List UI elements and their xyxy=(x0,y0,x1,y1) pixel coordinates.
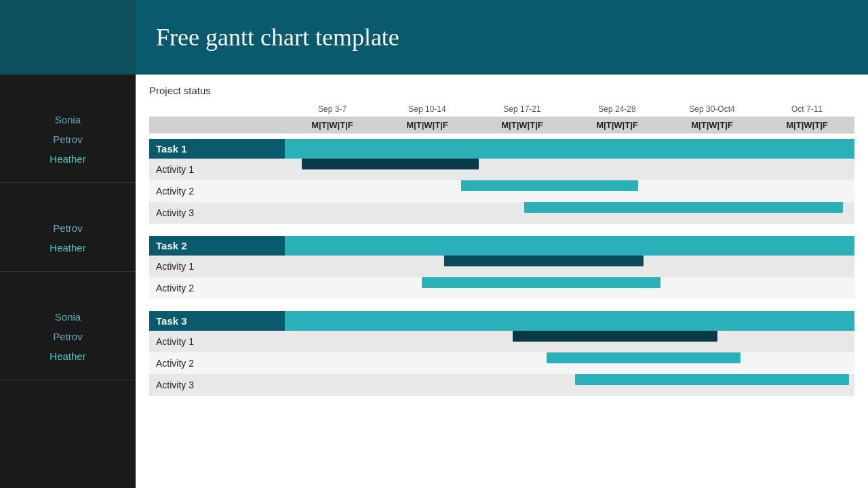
sidebar-name-sonia-1: Sonia xyxy=(0,110,136,129)
sidebar-name-sonia-3: Sonia xyxy=(0,307,136,327)
week-header-4: Sep 24-28 xyxy=(570,103,665,115)
task3-activity1-label: Activity 1 xyxy=(149,333,285,350)
day-header-1: M|T|W|T|F xyxy=(285,117,380,134)
sidebar-task3-section: Sonia Petrov Heather xyxy=(0,272,136,380)
task1-activity3-label: Activity 3 xyxy=(149,204,285,222)
week-header-empty xyxy=(149,103,285,115)
week-header-2: Sep 10-14 xyxy=(380,103,475,115)
day-header-6: M|T|W|T|F xyxy=(760,117,854,134)
main-area: Free gantt chart template Project status… xyxy=(136,0,868,488)
sidebar-name-petrov-2: Petrov xyxy=(0,218,136,238)
week-header-6: Oct 7-11 xyxy=(760,103,854,115)
task3-section: Task 3 Activity 1 Activity 2 xyxy=(149,311,854,396)
task2-activity1-label: Activity 1 xyxy=(149,258,285,275)
task2-header: Task 2 xyxy=(149,236,285,256)
task1-activity3-bar xyxy=(524,202,843,213)
gantt-container: Sep 3-7 Sep 10-14 Sep 17-21 Sep 24-28 Se… xyxy=(149,103,854,396)
sidebar-name-petrov-1: Petrov xyxy=(0,129,136,149)
sidebar-name-petrov-3: Petrov xyxy=(0,327,136,346)
task3-activity2-label: Activity 2 xyxy=(149,354,285,372)
task2-activity1-bar xyxy=(444,256,644,266)
day-header-empty xyxy=(149,117,285,134)
task1-activity3-bar-area xyxy=(285,202,854,224)
sidebar: Sonia Petrov Heather Petrov Heather Soni… xyxy=(0,0,136,488)
day-headers: M|T|W|T|F M|T|W|T|F M|T|W|T|F M|T|W|T|F … xyxy=(149,117,854,134)
page-title: Free gantt chart template xyxy=(156,23,399,52)
task3-activity1-bar xyxy=(513,331,717,342)
week-header-1: Sep 3-7 xyxy=(285,103,380,115)
task3-activity3-bar xyxy=(575,374,848,385)
task1-activity2-bar xyxy=(461,180,637,191)
task2-activity1-row: Activity 1 xyxy=(149,256,854,277)
week-header-5: Sep 30-Oct4 xyxy=(665,103,760,115)
sidebar-name-heather-1: Heather xyxy=(0,149,136,169)
task1-activity3-row: Activity 3 xyxy=(149,202,854,224)
task1-activity2-row: Activity 2 xyxy=(149,180,854,202)
sidebar-name-heather-3: Heather xyxy=(0,346,136,366)
task2-activity2-row: Activity 2 xyxy=(149,277,854,299)
task1-header: Task 1 xyxy=(149,139,285,159)
task3-activity1-row: Activity 1 xyxy=(149,331,854,352)
task3-activity2-bar xyxy=(547,352,741,363)
task2-section: Task 2 Activity 1 Activity 2 xyxy=(149,236,854,299)
day-header-2: M|T|W|T|F xyxy=(380,117,475,134)
sidebar-task2-section: Petrov Heather xyxy=(0,183,136,272)
task1-activity1-row: Activity 1 xyxy=(149,159,854,180)
day-header-5: M|T|W|T|F xyxy=(665,117,760,134)
main-header: Free gantt chart template xyxy=(136,0,868,75)
day-header-3: M|T|W|T|F xyxy=(475,117,570,134)
task3-activity1-bar-area xyxy=(285,331,854,352)
week-headers: Sep 3-7 Sep 10-14 Sep 17-21 Sep 24-28 Se… xyxy=(149,103,854,115)
task3-activity3-label: Activity 3 xyxy=(149,376,285,394)
task3-activity2-row: Activity 2 xyxy=(149,352,854,374)
task3-header: Task 3 xyxy=(149,311,285,331)
task1-section: Task 1 Activity 1 Activity 2 xyxy=(149,139,854,224)
week-header-3: Sep 17-21 xyxy=(475,103,570,115)
task1-activity2-label: Activity 2 xyxy=(149,182,285,200)
sidebar-task1-section: Sonia Petrov Heather xyxy=(0,75,136,183)
task2-activity1-bar-area xyxy=(285,256,854,277)
day-header-4: M|T|W|T|F xyxy=(570,117,665,134)
task1-activity2-bar-area xyxy=(285,180,854,202)
main-content: Project status Sep 3-7 Sep 10-14 Sep 17-… xyxy=(136,75,868,488)
sidebar-header xyxy=(0,0,136,75)
task3-activity2-bar-area xyxy=(285,352,854,374)
task1-activity1-bar-area xyxy=(285,159,854,180)
sidebar-name-heather-2: Heather xyxy=(0,238,136,258)
task1-activity1-bar xyxy=(302,159,478,169)
sidebar-body: Sonia Petrov Heather Petrov Heather Soni… xyxy=(0,75,136,488)
task3-activity3-bar-area xyxy=(285,374,854,396)
task3-activity3-row: Activity 3 xyxy=(149,374,854,396)
task1-activity1-label: Activity 1 xyxy=(149,161,285,178)
task2-activity2-bar xyxy=(422,277,661,288)
project-status-label: Project status xyxy=(149,85,854,96)
task2-activity2-label: Activity 2 xyxy=(149,279,285,297)
task2-activity2-bar-area xyxy=(285,277,854,299)
